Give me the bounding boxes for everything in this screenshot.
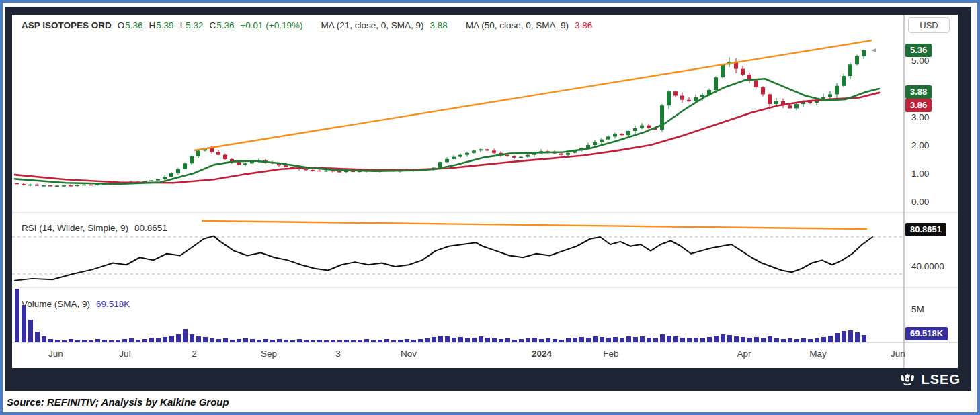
time-axis-label: Sep xyxy=(261,349,277,359)
legend-item: 5.36 xyxy=(216,20,234,30)
axis-tick-label: 3.00 xyxy=(911,112,929,122)
legend-item: 5.32 xyxy=(186,20,203,30)
chart-area[interactable]: ASP ISOTOPES ORDO5.36H5.39L5.32C5.36+0.0… xyxy=(12,15,958,368)
price-badge: 3.86 xyxy=(905,99,932,112)
legend-item: H xyxy=(149,20,156,30)
legend-item: MA (50, close, 0, SMA, 9) xyxy=(466,20,569,30)
time-axis-label: 3 xyxy=(335,349,341,359)
price-badge: 3.88 xyxy=(905,85,932,99)
time-axis-label: 2024 xyxy=(532,349,552,359)
axis-tick-label: 40.0000 xyxy=(911,261,944,271)
lseg-bar: LSEG xyxy=(5,368,971,391)
price-badge: 80.8651 xyxy=(905,223,946,236)
trading-chart-screenshot: { "frame": { "border_color": "#4d7ec4", … xyxy=(0,0,980,415)
price-badge: 69.518K xyxy=(905,327,948,340)
price-rsi-volume-plot[interactable] xyxy=(12,15,958,368)
chart-frame: ASP ISOTOPES ORDO5.36H5.39L5.32C5.36+0.0… xyxy=(5,7,971,391)
legend-item: 80.8651 xyxy=(134,223,167,233)
main-legend: ASP ISOTOPES ORDO5.36H5.39L5.32C5.36+0.0… xyxy=(22,20,598,31)
time-axis-label: Jun xyxy=(48,349,63,359)
legend-item: 3.86 xyxy=(575,20,592,30)
time-axis-label: Apr xyxy=(737,349,751,359)
time-axis-label: Feb xyxy=(603,349,618,359)
volume-legend: Volume (SMA, 9)69.518K xyxy=(22,299,136,310)
axis-tick-label: 2.00 xyxy=(911,140,929,150)
axis-tick-label: 0.00 xyxy=(911,197,929,207)
time-axis-label: Jul xyxy=(119,349,130,359)
axis-tick-label: 1.00 xyxy=(911,169,929,179)
legend-item: RSI (14, Wilder, Simple, 9) xyxy=(22,223,128,233)
legend-item: C xyxy=(209,20,216,30)
price-badge: 5.36 xyxy=(905,44,932,57)
legend-item: +0.01 (+0.19%) xyxy=(240,20,302,30)
legend-item: 5.36 xyxy=(125,20,142,30)
legend-item: 3.88 xyxy=(430,20,448,30)
axis-tick-label: 5M xyxy=(911,304,924,314)
source-attribution: Source: REFINITIV; Analysis by Kalkine G… xyxy=(7,392,229,411)
time-axis-label: May xyxy=(809,349,827,359)
legend-item: ASP ISOTOPES ORD xyxy=(22,20,112,30)
currency-selector[interactable]: USD xyxy=(908,17,950,33)
time-axis-label: 2 xyxy=(192,349,197,359)
legend-item: Volume (SMA, 9) xyxy=(22,299,90,309)
legend-item: L xyxy=(180,20,186,30)
legend-item: O xyxy=(118,20,125,30)
legend-item: MA (21, close, 0, SMA, 9) xyxy=(321,20,424,30)
lseg-wordmark: LSEG xyxy=(922,372,961,387)
rsi-legend: RSI (14, Wilder, Simple, 9)80.8651 xyxy=(22,223,173,234)
lseg-crest-icon xyxy=(899,372,916,387)
legend-item: 5.39 xyxy=(156,20,173,30)
time-axis-label: Nov xyxy=(401,349,417,359)
time-axis-label: Jun xyxy=(891,349,905,359)
legend-item: 69.518K xyxy=(96,299,130,309)
